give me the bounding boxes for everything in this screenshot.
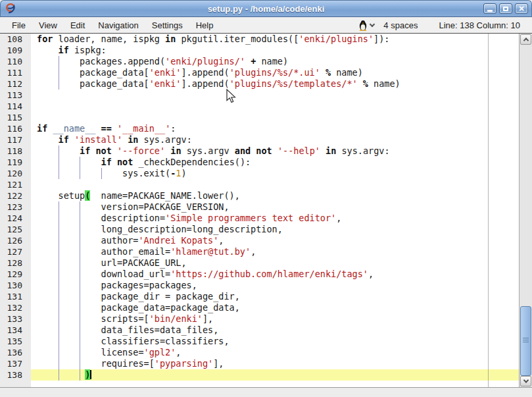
scroll-down-button[interactable] bbox=[520, 376, 531, 386]
indent-guide bbox=[59, 257, 59, 269]
vertical-scrollbar[interactable] bbox=[519, 34, 532, 387]
indent-guide bbox=[80, 157, 80, 168]
line-number: 118 bbox=[0, 146, 31, 157]
code-line[interactable]: sys.exit(-1) bbox=[31, 168, 519, 179]
line-number: 111 bbox=[0, 67, 31, 78]
indent-guide bbox=[59, 291, 59, 302]
code-line[interactable]: author='Andrei Kopats', bbox=[31, 235, 519, 246]
indent-guide bbox=[59, 201, 59, 213]
indent-guide bbox=[80, 257, 80, 269]
indent-guide bbox=[80, 313, 80, 325]
indent-guide bbox=[80, 269, 80, 280]
indent-guide bbox=[80, 325, 80, 336]
indent-guide bbox=[59, 246, 59, 257]
code-line[interactable]: if 'install' in sys.argv: bbox=[31, 134, 519, 146]
code-line[interactable]: if __name__ == '__main__': bbox=[31, 123, 519, 134]
cursor-position-label[interactable]: Line: 138 Column: 10 bbox=[439, 20, 520, 30]
indent-guide bbox=[80, 291, 80, 302]
code-line[interactable]: packages.append('enki/plugins/' + name) bbox=[31, 56, 519, 67]
line-number: 113 bbox=[0, 90, 31, 101]
code-line[interactable]: data_files=data_files, bbox=[31, 325, 519, 336]
line-number: 129 bbox=[0, 269, 31, 280]
code-line[interactable] bbox=[31, 112, 519, 123]
line-number: 125 bbox=[0, 224, 31, 235]
close-icon: ✕ bbox=[518, 5, 524, 13]
titlebar[interactable]: setup.py - /home/a/code/enki ✕ bbox=[0, 0, 532, 17]
window-title: setup.py - /home/a/code/enki bbox=[1, 4, 531, 14]
language-indicator-button[interactable] bbox=[358, 20, 374, 31]
menu-item-help[interactable]: Help bbox=[189, 17, 220, 33]
scroll-up-button[interactable] bbox=[520, 34, 531, 45]
line-number: 117 bbox=[0, 134, 31, 146]
code-line[interactable]: requires=['pyparsing'], bbox=[31, 358, 519, 369]
line-number: 128 bbox=[0, 257, 31, 269]
menu-item-file[interactable]: File bbox=[5, 17, 32, 33]
indent-guide bbox=[59, 146, 59, 157]
matched-bracket: ) bbox=[85, 369, 90, 380]
code-line[interactable]: package_data=package_data, bbox=[31, 302, 519, 313]
code-area[interactable]: for loader, name, ispkg in pkgutil.iter_… bbox=[31, 34, 519, 387]
menu-item-edit[interactable]: Edit bbox=[64, 17, 91, 33]
code-line[interactable]: long_description=long_description, bbox=[31, 224, 519, 235]
code-line[interactable] bbox=[31, 179, 519, 190]
line-number: 120 bbox=[0, 168, 31, 179]
line-number: 130 bbox=[0, 280, 31, 291]
edge-column-marker bbox=[488, 34, 489, 387]
line-number: 115 bbox=[0, 112, 31, 123]
code-line[interactable]: scripts=['bin/enki'], bbox=[31, 313, 519, 325]
minimize-button[interactable] bbox=[483, 3, 496, 14]
menu-item-navigation[interactable]: Navigation bbox=[91, 17, 145, 33]
code-line[interactable]: for loader, name, ispkg in pkgutil.iter_… bbox=[31, 34, 519, 45]
code-line[interactable]: description='Simple programmers text edi… bbox=[31, 213, 519, 224]
indent-mode-button[interactable]: 4 spaces bbox=[383, 20, 418, 30]
code-line[interactable]: package_data['enki'].append('plugins/%s/… bbox=[31, 78, 519, 90]
indent-guide bbox=[59, 313, 59, 325]
code-line[interactable]: package_dir = package_dir, bbox=[31, 291, 519, 302]
code-line[interactable] bbox=[31, 90, 519, 101]
enki-logo-icon bbox=[4, 2, 17, 15]
code-line[interactable]: version=PACKAGE_VERSION, bbox=[31, 201, 519, 213]
indent-guide bbox=[80, 369, 80, 381]
maximize-button[interactable] bbox=[499, 3, 512, 14]
code-line[interactable]: ) bbox=[31, 369, 519, 381]
line-number: 134 bbox=[0, 325, 31, 336]
indent-guide bbox=[59, 336, 59, 347]
code-line[interactable]: url=PACKAGE_URL, bbox=[31, 257, 519, 269]
code-line[interactable]: if ispkg: bbox=[31, 45, 519, 56]
code-line[interactable] bbox=[31, 101, 519, 112]
line-number: 119 bbox=[0, 157, 31, 168]
line-number: 127 bbox=[0, 246, 31, 257]
indent-guide bbox=[101, 168, 102, 179]
text-caret bbox=[90, 370, 91, 379]
menu-item-settings[interactable]: Settings bbox=[145, 17, 189, 33]
indent-guide bbox=[80, 246, 80, 257]
line-number: 109 bbox=[0, 45, 31, 56]
code-line[interactable]: setup( name=PACKAGE_NAME.lower(), bbox=[31, 190, 519, 201]
indent-guide bbox=[80, 280, 80, 291]
code-line[interactable]: if not _checkDependencies(): bbox=[31, 157, 519, 168]
indent-guide bbox=[59, 369, 59, 381]
tux-penguin-icon bbox=[358, 20, 368, 31]
scrollbar-grip-icon bbox=[523, 340, 529, 340]
scrollbar-thumb[interactable] bbox=[520, 306, 531, 376]
line-number: 124 bbox=[0, 213, 31, 224]
window-bottom-frame bbox=[0, 387, 532, 397]
code-line[interactable]: packages=packages, bbox=[31, 280, 519, 291]
indent-guide bbox=[80, 336, 80, 347]
menu-item-view[interactable]: View bbox=[32, 17, 64, 33]
code-line[interactable]: license='gpl2', bbox=[31, 347, 519, 358]
code-line[interactable]: if not '--force' in sys.argv and not '--… bbox=[31, 146, 519, 157]
code-line[interactable]: download_url='https://github.com/hlamer/… bbox=[31, 269, 519, 280]
menubar: File View Edit Navigation Settings Help … bbox=[0, 17, 532, 34]
line-number: 123 bbox=[0, 201, 31, 213]
line-number: 133 bbox=[0, 313, 31, 325]
code-line[interactable]: author_email='hlamer@tut.by', bbox=[31, 246, 519, 257]
indent-guide bbox=[59, 56, 59, 67]
code-line[interactable]: classifiers=classifiers, bbox=[31, 336, 519, 347]
chevron-up-icon bbox=[523, 38, 528, 43]
line-number: 108 bbox=[0, 34, 31, 45]
close-button[interactable]: ✕ bbox=[515, 3, 528, 14]
code-editor: 1081091101111121131141151161171181191201… bbox=[0, 34, 532, 387]
line-number: 121 bbox=[0, 179, 31, 190]
code-line[interactable]: package_data['enki'].append('plugins/%s/… bbox=[31, 67, 519, 78]
